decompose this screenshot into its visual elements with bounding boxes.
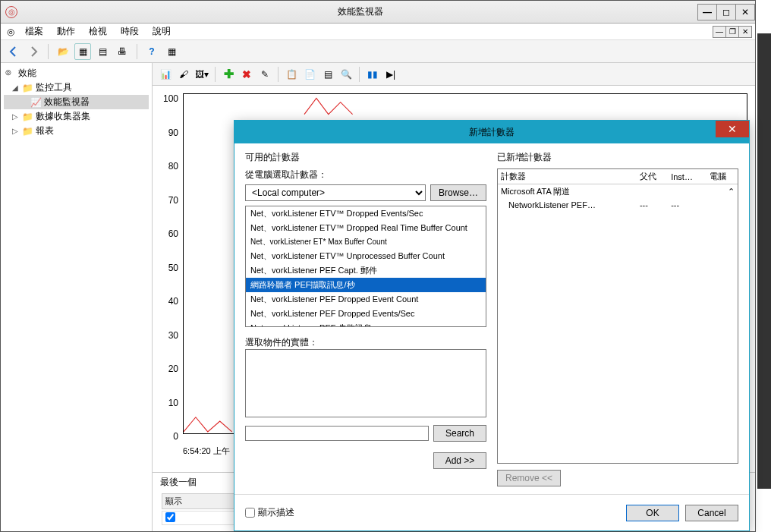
back-button[interactable]	[5, 43, 22, 60]
counter-item[interactable]: Net、vorkListener PEF Capt. 郵件	[246, 263, 486, 278]
counter-item[interactable]: Net、vorkListener ETV™ Unprocessed Buffer…	[246, 249, 486, 263]
tree-root[interactable]: ◎ 效能	[4, 66, 149, 80]
y-tick: 50	[168, 263, 178, 273]
added-counters-panel: 已新增計數器 計數器 父代 Inst… 電腦 Microsoft ATA 閘道⌃…	[497, 151, 738, 486]
tree-collector-sets[interactable]: ▷ 📁 數據收集器集	[4, 109, 149, 124]
add-button[interactable]: Add >>	[433, 452, 486, 469]
tree-label: 數據收集器集	[36, 110, 90, 123]
search-button[interactable]: Search	[433, 425, 486, 442]
add-counters-dialog: 新增計數器 ✕ 可用的計數器 從電腦選取計數器： <Local computer…	[234, 120, 750, 531]
added-row[interactable]: Microsoft ATA 閘道⌃	[498, 184, 738, 200]
app-icon: ◎	[5, 6, 17, 18]
mdi-close-button[interactable]: ✕	[738, 26, 752, 38]
browse-button[interactable]: Browse…	[430, 184, 486, 201]
counter-item[interactable]: Net、vorkListener ET* Max Buffer Count	[246, 235, 486, 249]
chart-view-icon[interactable]: 📊	[157, 66, 174, 83]
col-computer[interactable]: 電腦	[706, 169, 738, 184]
legend-show-checkbox[interactable]	[165, 512, 175, 522]
highlight-icon[interactable]: ✎	[256, 66, 273, 83]
col-parent[interactable]: 父代	[637, 169, 668, 184]
dialog-titlebar: 新增計數器 ✕	[234, 121, 749, 143]
last-value-label: 最後一個	[160, 477, 197, 487]
counter-item[interactable]: Net、vorkListener PEF Dropped Events/Sec	[246, 307, 486, 321]
available-counters-panel: 可用的計數器 從電腦選取計數器： <Local computer> Browse…	[245, 151, 486, 486]
forward-button[interactable]	[25, 43, 42, 60]
y-tick: 0	[173, 431, 178, 442]
y-tick: 80	[168, 161, 178, 172]
tree-perfmon[interactable]: 📈 效能監視器	[4, 95, 149, 109]
counter-list[interactable]: Net、vorkListener ETV™ Dropped Events/Sec…	[245, 206, 486, 327]
app-icon: ◎	[7, 27, 14, 37]
counter-item[interactable]: Net、vorkListener PEF Dropped Event Count	[246, 292, 486, 307]
menu-period[interactable]: 時段	[115, 24, 145, 39]
close-button[interactable]: ✕	[735, 4, 755, 20]
computer-select[interactable]: <Local computer>	[245, 184, 426, 201]
properties-icon[interactable]: ▤	[319, 66, 336, 83]
properties-icon[interactable]: ▤	[94, 43, 111, 60]
counter-item[interactable]: 網路聆聽者 PEF擷取訊息/秒	[246, 278, 486, 292]
instances-list[interactable]	[245, 349, 486, 417]
print-icon[interactable]: 🖶	[114, 43, 131, 60]
nav-tree[interactable]: ◎ 效能 ◢ 📁 監控工具 📈 效能監視器 ▷ 📁 數據收集器集	[1, 63, 153, 531]
mdi-restore-button[interactable]: ❐	[725, 26, 739, 38]
menubar: ◎ 檔案 動作 檢視 時段 說明 — ❐ ✕	[1, 24, 755, 40]
image-dropdown-icon[interactable]: 🖼▾	[194, 66, 210, 83]
added-counters-table[interactable]: 計數器 父代 Inst… 電腦 Microsoft ATA 閘道⌃Network…	[497, 168, 738, 464]
cancel-button[interactable]: Cancel	[685, 505, 738, 521]
pause-icon[interactable]: ▮▮	[364, 66, 381, 83]
y-tick: 90	[168, 127, 178, 138]
expander-icon[interactable]: ▷	[12, 112, 20, 121]
show-description-input[interactable]	[245, 508, 255, 518]
add-counter-button[interactable]: ✚	[220, 66, 237, 83]
ok-button[interactable]: OK	[626, 505, 679, 521]
counter-item[interactable]: Net、vorkListener PEF 失敗訊息	[246, 321, 486, 327]
help-icon[interactable]: ?	[143, 43, 160, 60]
col-instance[interactable]: Inst…	[668, 169, 706, 184]
expander-icon[interactable]: ▷	[12, 127, 20, 135]
menu-view[interactable]: 檢視	[83, 24, 113, 39]
added-label: 已新增計數器	[497, 151, 738, 164]
instances-label: 選取物件的實體：	[245, 336, 486, 349]
counter-item[interactable]: Net、vorkListener ETV™ Dropped Real Time …	[246, 221, 486, 235]
remove-button[interactable]: Remove <<	[497, 470, 561, 486]
tree-label: 效能監視器	[44, 96, 90, 109]
tree-reports[interactable]: ▷ 📁 報表	[4, 124, 149, 138]
step-icon[interactable]: ▶|	[382, 66, 399, 83]
view-icon[interactable]: ▦	[74, 43, 91, 60]
tree-label: 監控工具	[36, 81, 72, 94]
mdi-minimize-button[interactable]: —	[713, 26, 726, 38]
tree-label: 報表	[36, 124, 54, 137]
minimize-button[interactable]: —	[697, 4, 717, 20]
y-tick: 60	[168, 228, 178, 239]
dialog-title: 新增計數器	[469, 126, 515, 139]
y-tick: 20	[168, 364, 178, 374]
show-description-checkbox[interactable]: 顯示描述	[245, 506, 294, 519]
copy-icon[interactable]: 📋	[283, 66, 300, 83]
expander-icon[interactable]: ◢	[12, 83, 20, 92]
y-axis: 1009080706050403020100	[153, 93, 181, 442]
delete-counter-button[interactable]: ✖	[238, 66, 255, 83]
counter-item[interactable]: Net、vorkListener ETV™ Dropped Events/Sec	[246, 206, 486, 221]
y-tick: 100	[163, 93, 178, 104]
paste-icon[interactable]: 📄	[301, 66, 318, 83]
maximize-button[interactable]: ◻	[716, 4, 736, 20]
available-label: 可用的計數器	[245, 151, 486, 164]
brush-icon[interactable]: 🖌	[175, 66, 192, 83]
monitor-icon: 📈	[30, 97, 42, 108]
added-row[interactable]: NetworkListener PEF…------	[498, 199, 738, 211]
menu-help[interactable]: 說明	[146, 24, 177, 39]
menu-action[interactable]: 動作	[51, 24, 81, 39]
zoom-icon[interactable]: 🔍	[338, 66, 354, 83]
y-tick: 30	[168, 330, 178, 341]
main-toolbar: 📂 ▦ ▤ 🖶 ? ▦	[1, 40, 755, 63]
y-tick: 40	[168, 296, 178, 307]
search-input[interactable]	[245, 426, 429, 441]
folder-icon: 📁	[22, 112, 33, 122]
dialog-close-button[interactable]: ✕	[716, 121, 749, 137]
tree-monitoring-tools[interactable]: ◢ 📁 監控工具	[4, 80, 149, 95]
menu-file[interactable]: 檔案	[19, 24, 49, 39]
open-icon[interactable]: 📂	[55, 43, 71, 60]
folder-icon: 📁	[22, 83, 33, 93]
col-counter[interactable]: 計數器	[498, 169, 637, 184]
refresh-icon[interactable]: ▦	[163, 43, 180, 60]
